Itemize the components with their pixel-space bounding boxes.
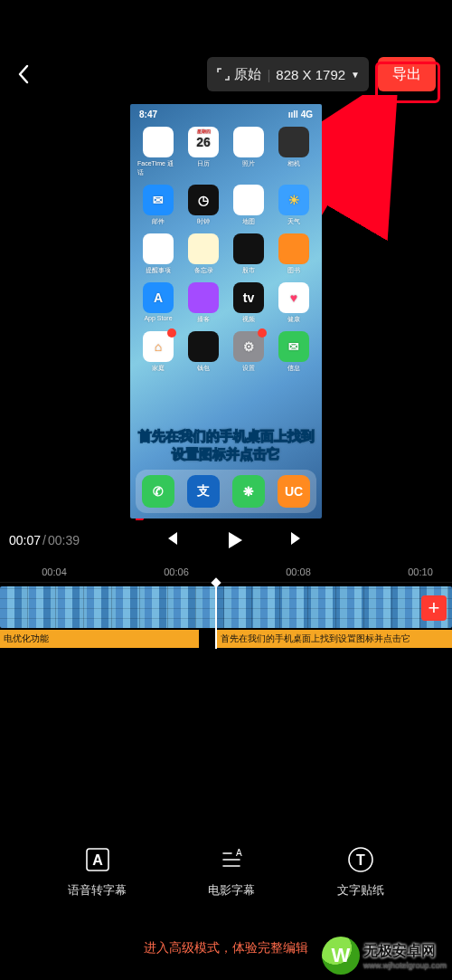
app-icon: FaceTime 通话	[137, 127, 179, 177]
aspect-ratio-selector[interactable]: 原始 | 828 X 1792 ▼	[207, 57, 369, 91]
app-icon: 图书	[273, 233, 315, 275]
svg-text:A: A	[92, 852, 103, 868]
expand-icon	[216, 67, 231, 81]
app-icon: 相机	[273, 127, 315, 177]
app-icon: 钱包	[183, 331, 224, 373]
app-icon: ✉︎信息	[273, 331, 315, 373]
ruler-tick: 00:04	[42, 566, 67, 577]
dock-icon-alipay: 支	[187, 475, 220, 508]
app-icon: 星期四26日历	[183, 127, 224, 177]
app-icon: ✉︎邮件	[137, 185, 179, 226]
watermark: 无极安卓网 www.wjhotelgroup.com	[322, 937, 447, 975]
phone-mock: 8:47 ııll 4G FaceTime 通话星期四26日历照片相机✉︎邮件◷…	[130, 104, 322, 519]
next-frame-button[interactable]	[288, 529, 306, 547]
phone-dock: ✆支❋UC	[136, 470, 316, 513]
export-button[interactable]: 导出	[378, 57, 436, 91]
back-button[interactable]	[16, 63, 31, 91]
app-icon: 备忘录	[183, 233, 224, 275]
app-icon: 提醒事项	[137, 233, 179, 275]
video-preview: 8:47 ııll 4G FaceTime 通话星期四26日历照片相机✉︎邮件◷…	[0, 104, 452, 519]
dock-icon-wechat: ❋	[232, 475, 265, 508]
app-icon: ♥︎健康	[273, 282, 315, 324]
app-icon: ⚙︎设置	[228, 331, 269, 373]
app-icon: 照片	[228, 127, 269, 177]
tool-movie-caption[interactable]: A电影字幕	[208, 844, 255, 899]
ruler-tick: 00:08	[286, 566, 311, 577]
caption-clip[interactable]: 首先在我们的手机桌面上找到设置图标并点击它	[217, 630, 452, 648]
caption-clip[interactable]: 电优化功能	[0, 630, 199, 648]
aspect-label: 原始	[234, 66, 261, 83]
app-icon: ⌂家庭	[137, 331, 179, 373]
app-icon: tv视频	[228, 282, 269, 324]
timecode: 00:07/00:39	[9, 533, 80, 547]
add-clip-button[interactable]: +	[421, 595, 447, 621]
tool-asr-caption[interactable]: A语音转字幕	[68, 844, 127, 899]
phone-status-bar: 8:47 ııll 4G	[130, 104, 322, 121]
preview-caption-overlay: 首先在我们的手机桌面上找到设置图标并点击它	[130, 427, 322, 462]
app-icon: ◷时钟	[183, 185, 224, 226]
text-sticker-icon: T	[345, 844, 376, 875]
app-icon: AApp Store	[137, 282, 179, 324]
app-icon: 地图	[228, 185, 269, 226]
resolution-value: 828 X 1792	[276, 67, 345, 82]
svg-text:A: A	[236, 848, 242, 858]
ruler-tick: 00:10	[408, 566, 433, 577]
phone-app-grid: FaceTime 通话星期四26日历照片相机✉︎邮件◷时钟地图☀︎天气提醒事项备…	[130, 121, 322, 373]
watermark-logo-icon	[322, 937, 360, 975]
app-icon: ☀︎天气	[273, 185, 315, 226]
timeline-ruler[interactable]: 00:0400:0600:0800:10	[0, 562, 452, 582]
timeline[interactable]: + 电优化功能首先在我们的手机桌面上找到设置图标并点击它	[0, 582, 452, 649]
dock-icon-uc: UC	[278, 475, 310, 508]
prev-frame-button[interactable]	[162, 529, 180, 547]
tool-text-sticker[interactable]: T文字贴纸	[337, 844, 384, 899]
playback-controls: 00:07/00:39	[0, 519, 452, 562]
ruler-tick: 00:06	[164, 566, 189, 577]
app-icon: 播客	[183, 282, 224, 324]
dock-icon-phone: ✆	[142, 475, 174, 508]
play-button[interactable]	[223, 529, 245, 551]
asr-caption-icon: A	[82, 844, 113, 875]
playhead[interactable]	[215, 583, 217, 649]
movie-caption-icon: A	[216, 844, 247, 875]
clip-thumbnails[interactable]	[0, 586, 452, 628]
chevron-down-icon: ▼	[351, 70, 360, 80]
app-icon: 股市	[228, 233, 269, 275]
header: 原始 | 828 X 1792 ▼ 导出	[0, 0, 452, 104]
bottom-toolbar: A语音转字幕A电影字幕T文字贴纸	[0, 817, 452, 926]
svg-text:T: T	[356, 852, 365, 868]
